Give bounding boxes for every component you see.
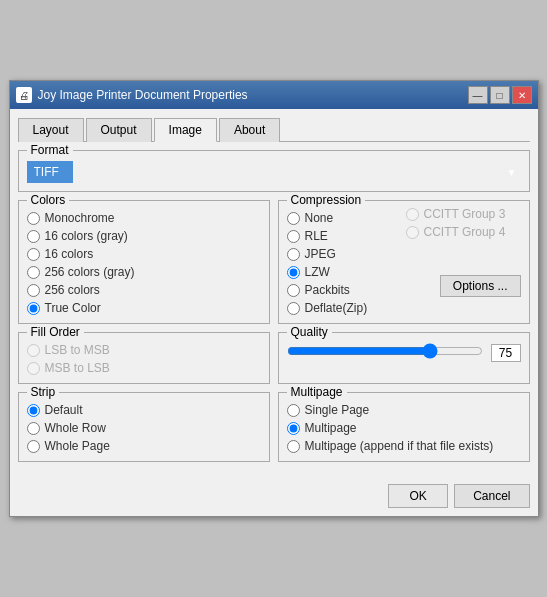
fill-order-label: Fill Order (27, 325, 84, 339)
multi-append[interactable]: Multipage (append if that file exists) (287, 439, 521, 453)
comp-lzw[interactable]: LZW (287, 265, 402, 279)
comp-ccitt4[interactable]: CCITT Group 4 (406, 225, 521, 239)
color-mono-label: Monochrome (45, 211, 115, 225)
quality-slider-container (287, 343, 483, 362)
comp-jpeg[interactable]: JPEG (287, 247, 402, 261)
compression-right: CCITT Group 3 CCITT Group 4 Options ... (406, 207, 521, 315)
strip-whole-page[interactable]: Whole Page (27, 439, 261, 453)
tab-layout[interactable]: Layout (18, 118, 84, 142)
strip-default[interactable]: Default (27, 403, 261, 417)
strip-whole-row-label: Whole Row (45, 421, 106, 435)
colors-group: Colors Monochrome 16 colors (gray) 16 co… (18, 200, 270, 324)
comp-ccitt3-radio[interactable] (406, 208, 419, 221)
fill-msb-radio[interactable] (27, 362, 40, 375)
multi-multi-radio[interactable] (287, 422, 300, 435)
strip-whole-row-radio[interactable] (27, 422, 40, 435)
color-256-radio[interactable] (27, 284, 40, 297)
quality-group: Quality (278, 332, 530, 384)
strip-default-radio[interactable] (27, 404, 40, 417)
tab-image[interactable]: Image (154, 118, 217, 142)
strip-group: Strip Default Whole Row Whole Page (18, 392, 270, 462)
color-256[interactable]: 256 colors (27, 283, 261, 297)
color-true-radio[interactable] (27, 302, 40, 315)
fill-quality-row: Fill Order LSB to MSB MSB to LSB Quality (18, 332, 530, 392)
comp-none[interactable]: None (287, 211, 402, 225)
color-16[interactable]: 16 colors (27, 247, 261, 261)
multi-single-label: Single Page (305, 403, 370, 417)
strip-whole-row[interactable]: Whole Row (27, 421, 261, 435)
color-gray256[interactable]: 256 colors (gray) (27, 265, 261, 279)
comp-packbits-label: Packbits (305, 283, 350, 297)
comp-ccitt4-radio[interactable] (406, 226, 419, 239)
options-button[interactable]: Options ... (440, 275, 521, 297)
format-select[interactable]: TIFF JPEG PNG BMP (27, 161, 73, 183)
quality-section (287, 343, 521, 362)
window-icon: 🖨 (16, 87, 32, 103)
options-area: Options ... (406, 271, 521, 297)
close-button[interactable]: ✕ (512, 86, 532, 104)
colors-options: Monochrome 16 colors (gray) 16 colors 25… (27, 211, 261, 315)
fill-lsb[interactable]: LSB to MSB (27, 343, 261, 357)
color-mono[interactable]: Monochrome (27, 211, 261, 225)
color-gray16-radio[interactable] (27, 230, 40, 243)
comp-lzw-radio[interactable] (287, 266, 300, 279)
color-gray16[interactable]: 16 colors (gray) (27, 229, 261, 243)
multi-multi-label: Multipage (305, 421, 357, 435)
multi-append-radio[interactable] (287, 440, 300, 453)
color-16-label: 16 colors (45, 247, 94, 261)
multi-single-radio[interactable] (287, 404, 300, 417)
comp-packbits-radio[interactable] (287, 284, 300, 297)
strip-options: Default Whole Row Whole Page (27, 403, 261, 453)
fill-msb[interactable]: MSB to LSB (27, 361, 261, 375)
quality-row (287, 343, 521, 362)
comp-lzw-label: LZW (305, 265, 330, 279)
comp-packbits[interactable]: Packbits (287, 283, 402, 297)
quality-value-input[interactable] (491, 344, 521, 362)
fill-lsb-radio[interactable] (27, 344, 40, 357)
format-select-wrapper: TIFF JPEG PNG BMP ▼ (27, 161, 521, 183)
comp-ccitt3-label: CCITT Group 3 (424, 207, 506, 221)
format-row: TIFF JPEG PNG BMP ▼ (27, 161, 521, 183)
color-true[interactable]: True Color (27, 301, 261, 315)
strip-multipage-row: Strip Default Whole Row Whole Page (18, 392, 530, 470)
multipage-options: Single Page Multipage Multipage (append … (287, 403, 521, 453)
strip-label: Strip (27, 385, 60, 399)
maximize-button[interactable]: □ (490, 86, 510, 104)
compression-group: Compression None RLE (278, 200, 530, 324)
color-gray256-radio[interactable] (27, 266, 40, 279)
comp-jpeg-radio[interactable] (287, 248, 300, 261)
strip-whole-page-label: Whole Page (45, 439, 110, 453)
comp-none-label: None (305, 211, 334, 225)
tab-output[interactable]: Output (86, 118, 152, 142)
tab-about[interactable]: About (219, 118, 280, 142)
multi-multi[interactable]: Multipage (287, 421, 521, 435)
fill-order-group: Fill Order LSB to MSB MSB to LSB (18, 332, 270, 384)
title-bar: 🖨 Joy Image Printer Document Properties … (10, 81, 538, 109)
comp-ccitt3[interactable]: CCITT Group 3 (406, 207, 521, 221)
main-window: 🖨 Joy Image Printer Document Properties … (9, 80, 539, 517)
comp-none-radio[interactable] (287, 212, 300, 225)
color-16-radio[interactable] (27, 248, 40, 261)
color-gray256-label: 256 colors (gray) (45, 265, 135, 279)
title-bar-left: 🖨 Joy Image Printer Document Properties (16, 87, 248, 103)
comp-deflate-radio[interactable] (287, 302, 300, 315)
dropdown-arrow-icon: ▼ (507, 167, 517, 178)
comp-rle-label: RLE (305, 229, 328, 243)
action-buttons: OK Cancel (10, 478, 538, 516)
multipage-group: Multipage Single Page Multipage Multipag… (278, 392, 530, 462)
comp-rle[interactable]: RLE (287, 229, 402, 243)
ok-button[interactable]: OK (388, 484, 448, 508)
comp-rle-radio[interactable] (287, 230, 300, 243)
multi-append-label: Multipage (append if that file exists) (305, 439, 494, 453)
multi-single[interactable]: Single Page (287, 403, 521, 417)
minimize-button[interactable]: — (468, 86, 488, 104)
colors-compression-row: Colors Monochrome 16 colors (gray) 16 co… (18, 200, 530, 332)
color-true-label: True Color (45, 301, 101, 315)
cancel-button[interactable]: Cancel (454, 484, 529, 508)
format-group: Format TIFF JPEG PNG BMP ▼ (18, 150, 530, 192)
comp-deflate-label: Deflate(Zip) (305, 301, 368, 315)
quality-slider[interactable] (287, 343, 483, 359)
strip-whole-page-radio[interactable] (27, 440, 40, 453)
comp-deflate[interactable]: Deflate(Zip) (287, 301, 402, 315)
color-mono-radio[interactable] (27, 212, 40, 225)
